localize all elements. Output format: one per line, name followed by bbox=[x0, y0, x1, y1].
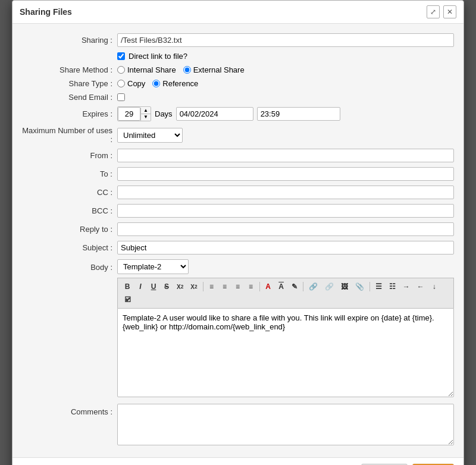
share-type-content: Copy Reference bbox=[117, 79, 454, 88]
expand-button[interactable]: ⤢ bbox=[427, 5, 440, 18]
days-spinner: ▲ ▼ bbox=[117, 106, 151, 121]
indent-button[interactable]: → bbox=[400, 281, 413, 293]
ordered-list-button[interactable]: ☷ bbox=[386, 281, 399, 293]
close-button[interactable]: ✕ bbox=[443, 5, 456, 18]
bcc-content bbox=[117, 204, 454, 218]
copy-radio[interactable] bbox=[117, 80, 125, 87]
align-center-button[interactable]: ≡ bbox=[219, 281, 231, 293]
spinner-down[interactable]: ▼ bbox=[141, 114, 151, 121]
cc-label: CC : bbox=[22, 188, 117, 197]
subject-row: Subject : bbox=[22, 241, 454, 255]
unlink-button[interactable]: 🔗 bbox=[322, 281, 337, 293]
subject-content bbox=[117, 241, 454, 255]
share-type-row: Share Type : Copy Reference bbox=[22, 79, 454, 88]
direct-link-row: Direct link to file? bbox=[22, 52, 454, 61]
reference-option[interactable]: Reference bbox=[152, 79, 198, 88]
reference-radio[interactable] bbox=[152, 80, 160, 87]
subject-input[interactable] bbox=[117, 241, 454, 255]
separator-1 bbox=[203, 282, 203, 291]
body-row: Body : Template-1 Template-2 Template-3 … bbox=[22, 259, 454, 399]
comments-row: Comments : bbox=[22, 404, 454, 445]
bcc-input[interactable] bbox=[117, 204, 454, 218]
expires-date-input[interactable] bbox=[176, 107, 253, 121]
internal-share-radio[interactable] bbox=[117, 66, 125, 74]
link-button[interactable]: 🔗 bbox=[306, 281, 321, 293]
dialog-footer: Advanced Attach Thumbnail Attach Files C… bbox=[12, 457, 464, 465]
max-uses-select[interactable]: Unlimited 1 2 5 10 25 50 100 bbox=[117, 128, 183, 143]
list-button[interactable]: ☰ bbox=[372, 281, 385, 293]
from-input[interactable] bbox=[117, 149, 454, 162]
to-input[interactable] bbox=[117, 167, 454, 181]
send-email-content bbox=[117, 93, 454, 101]
align-justify-button[interactable]: ≡ bbox=[245, 281, 257, 293]
external-share-option[interactable]: External Share bbox=[183, 65, 245, 74]
to-content bbox=[117, 167, 454, 181]
spinner-up[interactable]: ▲ bbox=[141, 108, 151, 114]
sharing-files-dialog: Sharing Files ⤢ ✕ Sharing : Direct link … bbox=[12, 0, 464, 465]
external-share-label: External Share bbox=[193, 65, 245, 74]
copy-option[interactable]: Copy bbox=[117, 79, 145, 88]
separator-3 bbox=[303, 282, 303, 291]
titlebar-controls: ⤢ ✕ bbox=[427, 5, 456, 18]
body-textarea[interactable]: Template-2 A user would like to share a … bbox=[117, 308, 454, 397]
superscript-button[interactable]: X2 bbox=[174, 281, 186, 293]
attachment-button[interactable]: 📎 bbox=[352, 281, 367, 293]
share-method-label: Share Method : bbox=[22, 65, 117, 74]
clear-button[interactable]: 🗹 bbox=[121, 294, 134, 306]
to-row: To : bbox=[22, 167, 454, 181]
outdent-button[interactable]: ← bbox=[414, 281, 427, 293]
send-email-checkbox[interactable] bbox=[117, 93, 125, 101]
reply-to-row: Reply to : bbox=[22, 222, 454, 236]
internal-share-label: Internal Share bbox=[127, 65, 176, 74]
italic-button[interactable]: I bbox=[134, 281, 146, 293]
body-editor-wrapper: B I U S X2 X2 ≡ ≡ ≡ ≡ A A ✎ bbox=[117, 278, 454, 399]
max-uses-label: Maximum Number of uses : bbox=[22, 126, 117, 144]
to-label: To : bbox=[22, 169, 117, 178]
format-button[interactable]: ✎ bbox=[289, 281, 300, 293]
dialog-body: Sharing : Direct link to file? Share Met… bbox=[12, 24, 464, 457]
expires-content: ▲ ▼ Days bbox=[117, 106, 454, 121]
body-toolbar: B I U S X2 X2 ≡ ≡ ≡ ≡ A A ✎ bbox=[117, 278, 454, 308]
strikethrough-button[interactable]: S bbox=[161, 281, 173, 293]
subscript-button[interactable]: X2 bbox=[187, 281, 200, 293]
bg-color-button[interactable]: A bbox=[275, 281, 287, 293]
separator-4 bbox=[369, 282, 370, 291]
from-label: From : bbox=[22, 151, 117, 160]
dialog-titlebar: Sharing Files ⤢ ✕ bbox=[12, 1, 464, 24]
cc-content bbox=[117, 186, 454, 199]
align-right-button[interactable]: ≡ bbox=[232, 281, 244, 293]
spinner-buttons: ▲ ▼ bbox=[140, 108, 151, 121]
reference-label: Reference bbox=[162, 79, 198, 88]
sharing-path-input[interactable] bbox=[117, 33, 454, 47]
underline-button[interactable]: U bbox=[148, 281, 159, 293]
comments-label: Comments : bbox=[22, 404, 117, 416]
sharing-row: Sharing : bbox=[22, 33, 454, 47]
copy-label: Copy bbox=[127, 79, 145, 88]
direct-link-checkbox[interactable] bbox=[117, 52, 125, 60]
max-uses-content: Unlimited 1 2 5 10 25 50 100 bbox=[117, 128, 454, 143]
expires-row: Expires : ▲ ▼ Days bbox=[22, 106, 454, 121]
external-share-radio[interactable] bbox=[183, 66, 191, 74]
days-input[interactable] bbox=[118, 107, 140, 121]
send-email-row: Send Email : bbox=[22, 93, 454, 102]
internal-share-option[interactable]: Internal Share bbox=[117, 65, 176, 74]
font-color-button[interactable]: A bbox=[262, 281, 274, 293]
block-button[interactable]: ↓ bbox=[428, 281, 440, 293]
body-template-row: Template-1 Template-2 Template-3 bbox=[117, 259, 189, 274]
align-left-button[interactable]: ≡ bbox=[206, 281, 218, 293]
comments-textarea[interactable] bbox=[117, 404, 454, 445]
expires-time-input[interactable] bbox=[257, 107, 340, 121]
from-content bbox=[117, 149, 454, 162]
dialog-title: Sharing Files bbox=[20, 7, 72, 17]
cc-input[interactable] bbox=[117, 186, 454, 199]
cc-row: CC : bbox=[22, 186, 454, 199]
reply-to-label: Reply to : bbox=[22, 225, 117, 234]
body-template-select[interactable]: Template-1 Template-2 Template-3 bbox=[117, 259, 189, 274]
bold-button[interactable]: B bbox=[121, 281, 133, 293]
body-content: Template-1 Template-2 Template-3 B I U S… bbox=[117, 259, 454, 399]
share-type-label: Share Type : bbox=[22, 79, 117, 88]
comments-content bbox=[117, 404, 454, 445]
image-button[interactable]: 🖼 bbox=[338, 281, 351, 293]
direct-link-label[interactable]: Direct link to file? bbox=[129, 52, 187, 61]
reply-to-input[interactable] bbox=[117, 222, 454, 236]
